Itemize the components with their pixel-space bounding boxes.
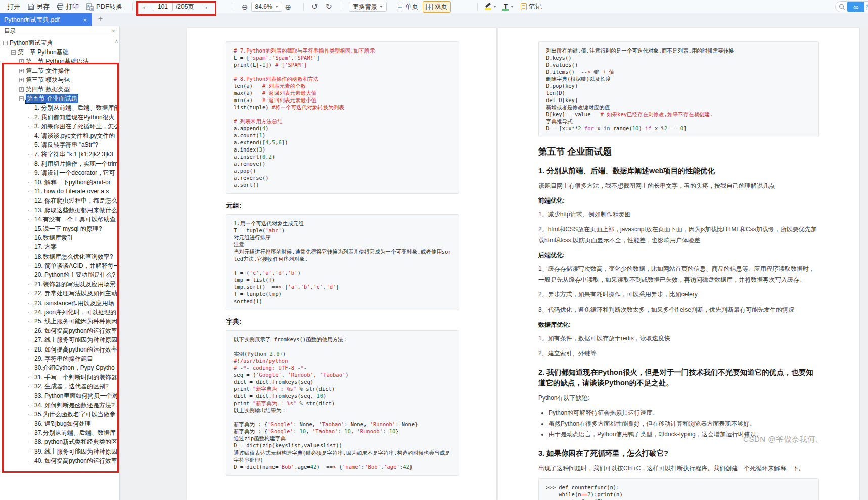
toc-item[interactable]: 13. 爬取这些数据都用来做什么 <box>0 206 119 215</box>
open-button[interactable]: 打开 <box>5 1 22 12</box>
tree-connector <box>28 303 32 304</box>
double-page-button[interactable]: 双页 <box>423 1 451 13</box>
toc-item[interactable]: 25. 线上服务可能因为种种原因 <box>0 317 119 326</box>
tree-connector <box>28 126 32 127</box>
code-line: a.count(1) <box>234 132 451 139</box>
toc-item[interactable]: +第二节 文件操作 <box>0 66 119 75</box>
sidebar-close-icon[interactable]: × <box>112 28 115 35</box>
link-search-button[interactable]: ∞ <box>847 1 864 12</box>
collapse-icon[interactable]: − <box>3 41 8 45</box>
toolbar-separator <box>303 3 304 11</box>
toc-item[interactable]: 22. 异常处理写法以及如何主动 <box>0 289 119 298</box>
next-page-button[interactable]: → <box>201 3 209 11</box>
code-line: 通过赋值表达式元组构造字典(键必须是字符串,因为如果不是字符串,构造的时候也会当… <box>234 449 451 463</box>
toc-item[interactable]: 40. 如何提高python的运行效率 <box>0 457 119 466</box>
document-tab[interactable]: Python面试宝典.pdf × <box>0 13 92 26</box>
paragraph: 出现了这种问题时，我们可以按Ctrl+C，这样可以打断执行程序。我们创建一个死循… <box>538 463 819 474</box>
toc-item-label: 24. json序列化时，可以处理的 <box>34 308 116 317</box>
tree-connector <box>28 275 32 275</box>
toc-item[interactable]: 7. 将字符串 "k:1 |k1:2|k2:3|k3 <box>0 150 119 159</box>
code-line: print "新字典为 : %s" % str(dict) <box>234 399 451 407</box>
toc-item[interactable]: 33. Python里面如何拷贝一个对 <box>0 391 119 401</box>
toc-item[interactable]: +第四节 数据类型 <box>0 85 119 94</box>
zoom-in-button[interactable]: ⊕ <box>285 3 292 11</box>
expand-icon[interactable]: + <box>19 87 24 92</box>
zoom-out-button[interactable]: ⊖ <box>242 3 248 11</box>
toc-item[interactable]: 35.为什么函数名字可以当做参 <box>0 410 119 419</box>
toc-item[interactable]: 31. 手写一个判断时间的装饰器 <box>0 373 119 382</box>
toc-item[interactable]: +第三节 模块与包 <box>0 76 119 85</box>
toc-tree: −Python面试宝典−第一章 Python基础+第一节 Python基础语法+… <box>0 37 119 500</box>
toc-item-label: 15.说一下 mysql 的原理? <box>34 225 102 233</box>
tree-connector <box>28 201 32 201</box>
collapse-icon[interactable]: − <box>19 96 24 101</box>
zoom-level-value: 84.6% <box>255 3 272 10</box>
toc-item[interactable]: +第一节 Python基础语法 <box>0 57 119 66</box>
change-background-button[interactable]: 更换背景 <box>349 2 387 12</box>
search-box[interactable]: ∞ 搜 <box>835 1 868 12</box>
single-page-button[interactable]: 单页 <box>393 1 422 13</box>
toc-item[interactable]: 21.装饰器的写法以及应用场景 <box>0 280 119 289</box>
toc-item[interactable]: 19. 简单谈谈ACID，并解释每一 <box>0 261 119 270</box>
notes-button[interactable]: 笔记 <box>519 1 544 12</box>
redo-button[interactable]: ↻ <box>325 3 332 11</box>
pdf-convert-button[interactable]: PW PDF转换 <box>84 1 124 12</box>
page-number-input[interactable] <box>153 2 173 11</box>
toc-item[interactable]: 11. how do I iterate over a s <box>0 187 119 196</box>
toc-item[interactable]: −Python面试宝典 <box>0 38 119 47</box>
toc-item[interactable]: 28. 如何提高python的运行效率 <box>0 345 119 354</box>
previous-page-button[interactable]: ← <box>142 3 150 11</box>
toc-item[interactable]: 15.说一下 mysql 的原理? <box>0 224 119 233</box>
save-as-button[interactable]: 另存 <box>25 1 52 12</box>
toc-item[interactable]: 18.数据库怎么优化查询效率? <box>0 252 119 261</box>
toc-item[interactable]: 5. 请反转字符串 "aStr"? <box>0 140 119 149</box>
toc-item[interactable]: 17. 方案 <box>0 243 119 252</box>
expand-icon[interactable]: + <box>19 69 24 73</box>
toc-item[interactable]: 4. 请谈谈.pyc文件和.py文件的 <box>0 131 119 140</box>
toc-scroll-up-icon[interactable]: ∧ <box>115 38 118 44</box>
toc-item-label: 26. 如何提高python的运行效率 <box>34 327 117 335</box>
new-tab-button[interactable]: + <box>96 14 105 23</box>
toc-item[interactable]: 1. 分别从前端、后端、数据库阐 <box>0 104 119 113</box>
toc-item[interactable]: 16.数据库索引 <box>0 233 119 242</box>
toc-item[interactable]: 32. 生成器，迭代器的区别? <box>0 382 119 391</box>
toc-item[interactable]: 14.有没有一个工具可以帮助查 <box>0 215 119 224</box>
toc-item[interactable]: 37.分别从前端、后端、数据库 <box>0 428 119 437</box>
toc-item[interactable]: 26. 如何提高python的运行效率 <box>0 326 119 335</box>
expand-icon[interactable]: + <box>19 59 24 64</box>
toc-item[interactable]: 20. Python的主要功能是什么? <box>0 271 119 280</box>
toc-item[interactable]: 12. 你在爬虫过程中，都是怎么 <box>0 196 119 206</box>
toc-item[interactable]: −第五节 企业面试题 <box>0 94 119 103</box>
toc-item[interactable]: 36. 遇到bug如何处理 <box>0 419 119 428</box>
tree-connector <box>28 145 32 145</box>
pdf-reader-window: 打开 另存 打印 PW PDF转换 ← /205页 → ⊖ <box>0 0 868 500</box>
zoom-level-select[interactable]: 84.6% <box>251 2 282 12</box>
toc-item[interactable]: 2. 我们都知道现在Python很火 <box>0 113 119 122</box>
toc-item[interactable]: 29. 字符串的操作题目 <box>0 354 119 363</box>
tab-close-icon[interactable]: × <box>82 16 88 24</box>
toc-item[interactable]: 8. 利用切片操作，实现一个trim <box>0 159 119 168</box>
collapse-icon[interactable]: − <box>11 50 16 55</box>
toc-item[interactable]: 39. 线上服务可能因为种种原因 <box>0 447 119 456</box>
code-line: # 8.Python列表操作的函数和方法 <box>234 75 451 82</box>
text-highlight-button[interactable]: T <box>501 3 514 11</box>
toc-item[interactable]: 24. json序列化时，可以处理的 <box>0 308 119 317</box>
paragraph: 2、异步方式，如果有耗时操作，可以采用异步，比如celery <box>538 289 819 301</box>
toc-item[interactable]: 9. 请设计一个decorator，它可 <box>0 168 119 177</box>
highlighter-button[interactable] <box>484 3 496 11</box>
toc-item[interactable]: 23. isinstance作用以及应用场 <box>0 298 119 308</box>
toc-item[interactable]: 3. 如果你困在了死循环里，怎么 <box>0 122 119 131</box>
undo-button[interactable]: ↺ <box>311 3 318 11</box>
tree-connector <box>28 340 32 340</box>
code-line: 新字典为 : {'Google': 10, 'Taobao': 10, 'Run… <box>234 428 451 435</box>
tree-connector <box>28 266 32 266</box>
toc-item[interactable]: 34. 如何判断是函数还是方法? <box>0 401 119 410</box>
toc-item[interactable]: 38. python新式类和经典类的区 <box>0 438 119 447</box>
expand-icon[interactable]: + <box>19 78 24 82</box>
toc-item[interactable]: −第一章 Python基础 <box>0 47 119 57</box>
toc-item-label: Python面试宝典 <box>10 39 53 47</box>
toc-item[interactable]: 30.介绍Cython，Pypy Cpytho <box>0 364 119 373</box>
toc-item[interactable]: 10. 解释一下python的and-or <box>0 178 119 187</box>
toc-item[interactable]: 27. 线上服务可能因为种种原因 <box>0 336 119 345</box>
print-button[interactable]: 打印 <box>55 1 81 12</box>
